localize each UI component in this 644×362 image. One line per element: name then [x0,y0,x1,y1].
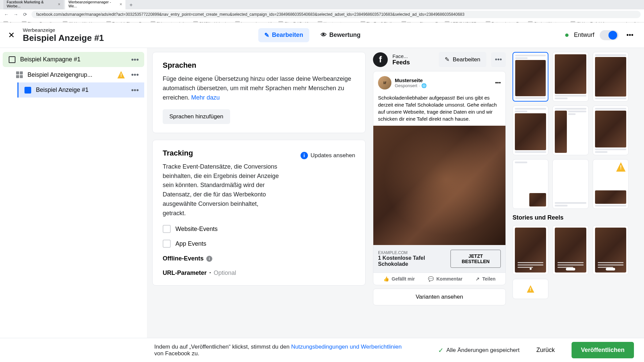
more-icon[interactable]: ••• [131,70,139,79]
ad-cta-block: EXAMPLE.COM 1 Kostenlose Tafel Schokolad… [373,245,505,273]
ad-actions: 👍Gefällt mir 💬Kommentar ↗Teilen [373,273,505,285]
ad-domain: EXAMPLE.COM [378,250,450,255]
like-button[interactable]: 👍Gefällt mir [383,276,415,282]
main-content: Beispiel Kampagne #1 ••• Beispiel Anzeig… [0,48,644,340]
placement-thumbnail[interactable] [513,225,548,275]
placement-thumbnail[interactable] [593,106,629,155]
tab-label: Werbeanzeigenmanager - We... [68,0,115,8]
title-block: Werbeanzeige Beispiel Anzeige #1 [23,27,104,43]
app-events-checkbox[interactable]: App Events [163,240,355,248]
comment-icon: 💬 [428,276,434,282]
card-description: Füge deine eigene Übersetzung hinzu oder… [163,74,355,103]
sidebar-item-label: Beispiel Anzeige #1 [36,86,89,94]
back-icon[interactable]: ← [3,11,9,17]
placement-thumbnail[interactable] [513,52,548,102]
ad-more-icon[interactable]: ••• [495,80,501,86]
tab-edit[interactable]: ✎ Bearbeiten [258,28,309,42]
page-header: ✕ Werbeanzeige Beispiel Anzeige #1 ✎ Bea… [0,22,644,48]
ad-image [373,126,505,245]
sidebar-item-ad[interactable]: Beispiel Anzeige #1 ••• [17,82,144,98]
new-tab-button[interactable]: + [127,1,135,9]
status-text: Entwurf [574,32,594,39]
sidebar-item-adgroup[interactable]: Beispiel Anzeigengrup... ••• [10,67,144,82]
page-name: Musterseite [395,77,492,83]
header-right: Entwurf ••• [565,29,636,41]
toggle-knob [608,31,617,40]
edit-label: Bearbeiten [453,56,480,63]
reload-icon[interactable]: ⟳ [22,11,28,17]
preview-main: f Face... Feeds ✎ Bearbeiten ••• M Muste… [373,52,506,336]
placement-thumbnail[interactable] [552,225,588,275]
sponsored-label: Gesponsert · 🌐 [395,83,492,88]
website-events-checkbox[interactable]: Website-Events [163,225,355,233]
share-button[interactable]: ↗Teilen [476,276,495,282]
facebook-icon: f [373,52,388,67]
preview-thumbnails: Stories und Reels [513,52,629,336]
more-icon[interactable]: ••• [131,86,139,95]
more-menu-button[interactable]: ••• [624,29,636,41]
ad-headline: 1 Kostenlose Tafel Schokolade [378,255,450,267]
placement-thumbnail[interactable] [513,106,548,155]
variants-button[interactable]: Varianten ansehen [373,289,506,305]
placement-thumbnail[interactable] [593,159,629,209]
back-button[interactable]: Zurück [530,342,561,358]
forward-icon[interactable]: → [13,11,19,17]
browser-tab[interactable]: Facebook Marketing & Werbe...× [3,0,64,9]
pencil-icon: ✎ [445,56,449,63]
learn-more-link[interactable]: Mehr dazu [191,94,220,101]
placement-thumbnail[interactable] [513,159,548,209]
browser-tab[interactable]: Werbeanzeigenmanager - We...× [65,0,125,9]
checkbox-label: Website-Events [175,226,218,233]
url-input[interactable]: facebook.com/adsmanager/manage/ads/edit?… [32,11,641,18]
folder-icon [9,56,15,63]
cta-button[interactable]: JETZT BESTELLEN [450,250,501,268]
comment-button[interactable]: 💬Kommentar [428,276,463,282]
card-description: Tracke Event-Datensätze, die Conversions… [163,162,282,218]
url-parameter-label: URL-Parameter · Optional [163,269,355,277]
placement-thumbnail[interactable] [552,106,588,155]
card-title: Sprachen [163,61,355,70]
placement-thumbnail[interactable] [593,52,629,102]
status-toggle[interactable] [600,30,619,40]
preview-edit-button[interactable]: ✎ Bearbeiten [439,52,486,67]
preview-more-button[interactable]: ••• [491,52,506,67]
placement-thumbnail[interactable] [513,279,548,299]
view-updates-button[interactable]: i Updates ansehen [301,152,355,159]
publish-button[interactable]: Veröffentlichen [572,342,634,358]
ad-preview-header: M Musterseite Gesponsert · 🌐 ••• [373,71,505,94]
add-languages-button[interactable]: Sprachen hinzufügen [163,109,230,124]
footer-bar: Indem du auf „Veröffentlichen“ klickst, … [0,338,644,362]
ad-preview-card: M Musterseite Gesponsert · 🌐 ••• Schokol… [373,71,506,285]
address-bar: ← → ⟳ facebook.com/adsmanager/manage/ads… [0,9,644,19]
browser-chrome: Facebook Marketing & Werbe...× Werbeanze… [0,0,644,22]
placement-thumbnail[interactable] [552,52,588,102]
header-tabs: ✎ Bearbeiten 👁 Bewertung [258,28,367,42]
preview-pane: f Face... Feeds ✎ Bearbeiten ••• M Muste… [371,48,644,340]
section-title-stories: Stories und Reels [513,214,629,221]
terms-link[interactable]: Nutzungsbedingungen und Werberichtlinien [291,344,402,350]
saved-status: ✓ Alle Änderungen gespeichert [438,346,520,354]
checkbox-icon [163,225,171,233]
status-dot-icon [565,34,569,37]
sidebar-item-label: Beispiel Kampagne #1 [20,56,80,63]
more-icon[interactable]: ••• [131,55,139,64]
info-icon[interactable]: i [206,256,212,262]
preview-header: f Face... Feeds ✎ Bearbeiten ••• [373,52,506,67]
placement-thumbnail[interactable] [552,159,588,209]
warning-icon [117,71,125,78]
ad-icon [24,87,31,94]
page-avatar: M [378,76,391,89]
sidebar: Beispiel Kampagne #1 ••• Beispiel Anzeig… [0,48,147,340]
eye-icon: 👁 [321,32,327,39]
like-icon: 👍 [383,276,389,282]
close-button[interactable]: ✕ [8,31,15,40]
close-icon[interactable]: × [58,2,60,7]
sidebar-item-campaign[interactable]: Beispiel Kampagne #1 ••• [3,52,144,67]
editor-pane: Sprachen Füge deine eigene Übersetzung h… [147,48,371,340]
offline-events-label: Offline-Events i [163,255,355,262]
close-icon[interactable]: × [119,2,122,7]
tab-label: Bewertung [329,32,361,39]
placement-thumbnail[interactable] [593,225,629,275]
tab-review[interactable]: 👁 Bewertung [315,28,367,42]
checkbox-icon [163,240,171,248]
